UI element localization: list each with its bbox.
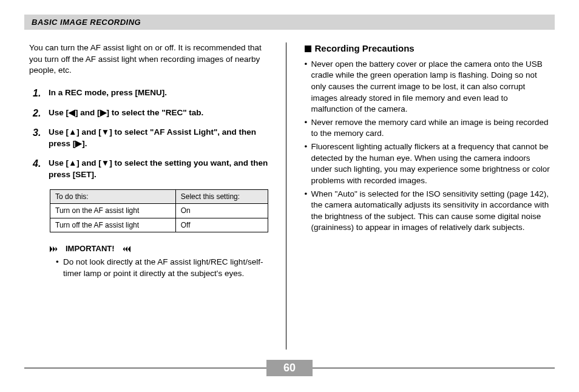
precautions-list: Never open the battery cover or place th…: [305, 59, 550, 234]
subheading: Recording Precautions: [305, 42, 550, 55]
precaution-item: Fluorescent lighting actually flickers a…: [305, 141, 550, 187]
left-column: You can turn the AF assist light on or o…: [24, 42, 286, 350]
step-item: Use [▲] and [▼] to select "AF Assist Lig…: [33, 127, 275, 149]
page-number-box: 60: [266, 360, 313, 376]
table-cell: On: [175, 204, 268, 218]
content-columns: You can turn the AF assist light on or o…: [24, 42, 555, 350]
footer-line-right: [313, 368, 555, 368]
table-header-cell: Select this setting:: [175, 189, 268, 204]
important-list: Do not look directly at the AF assist li…: [56, 257, 275, 279]
footer-line-left: [24, 368, 266, 368]
step-item: In a REC mode, press [MENU].: [33, 87, 275, 99]
table-cell: Turn off the AF assist light: [50, 218, 176, 232]
table-row: Turn on the AF assist light On: [50, 204, 268, 218]
arrows-left-icon: [117, 246, 130, 252]
steps-list: In a REC mode, press [MENU]. Use [◀] and…: [33, 87, 275, 181]
intro-paragraph: You can turn the AF assist light on or o…: [29, 42, 275, 76]
important-block: IMPORTANT! Do not look directly at the A…: [50, 243, 275, 279]
precaution-item: Never open the battery cover or place th…: [305, 59, 550, 115]
precaution-item: Never remove the memory card while an im…: [305, 117, 550, 140]
table-header-row: To do this: Select this setting:: [50, 189, 268, 204]
section-header: BASIC IMAGE RECORDING: [24, 15, 555, 30]
page-footer: 60: [24, 360, 555, 375]
precaution-item: When "Auto" is selected for the ISO sens…: [305, 189, 550, 234]
section-header-text: BASIC IMAGE RECORDING: [32, 18, 141, 27]
subheading-text: Recording Precautions: [315, 42, 415, 55]
table-row: Turn off the AF assist light Off: [50, 218, 268, 232]
important-text: IMPORTANT!: [66, 243, 115, 254]
important-item: Do not look directly at the AF assist li…: [56, 257, 275, 279]
table-cell: Off: [175, 218, 268, 232]
arrows-right-icon: [50, 246, 63, 252]
settings-table: To do this: Select this setting: Turn on…: [50, 189, 268, 233]
page-number: 60: [283, 362, 296, 374]
step-item: Use [◀] and [▶] to select the "REC" tab.: [33, 107, 275, 119]
important-label: IMPORTANT!: [50, 243, 275, 254]
step-item: Use [▲] and [▼] to select the setting yo…: [33, 158, 275, 180]
table-header-cell: To do this:: [50, 189, 176, 204]
square-bullet-icon: [305, 46, 311, 52]
table-cell: Turn on the AF assist light: [50, 204, 176, 218]
right-column: Recording Precautions Never open the bat…: [286, 42, 555, 350]
